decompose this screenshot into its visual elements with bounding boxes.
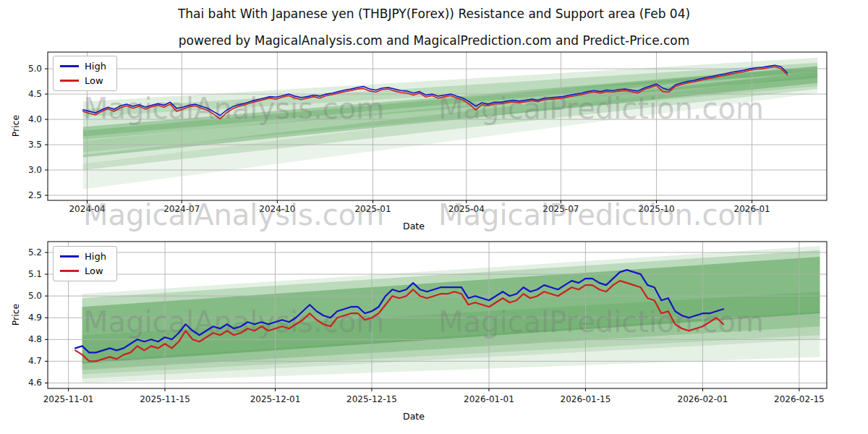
bottom-legend: High Low <box>53 246 117 281</box>
legend-label-high: High <box>85 252 106 261</box>
low-line-swatch-icon <box>60 270 79 272</box>
y-tick-label: 4.5 <box>28 89 42 99</box>
x-tick-label: 2025-12-01 <box>250 394 301 404</box>
y-tick-label: 5.1 <box>28 269 42 279</box>
top-price-chart: MagicalAnalysis.comMagicalPrediction.com… <box>28 52 827 214</box>
low-line-swatch-icon <box>60 80 79 82</box>
x-tick-label: 2026-02-01 <box>678 394 728 404</box>
y-tick-label: 5.2 <box>28 247 42 258</box>
x-tick-label: 2025-11-01 <box>43 394 94 404</box>
x-tick-label: 2025-11-15 <box>140 394 190 404</box>
x-tick-label: 2026-01-01 <box>464 394 514 404</box>
y-tick-label: 2.5 <box>28 190 42 200</box>
y-tick-label: 4.6 <box>28 378 42 388</box>
bottom-price-chart: MagicalAnalysis.comMagicalPrediction.com… <box>28 242 827 404</box>
top-legend: High Low <box>53 56 117 91</box>
charts-canvas: MagicalAnalysis.comMagicalPrediction.com… <box>0 0 868 434</box>
x-tick-label: 2026-02-15 <box>774 394 825 404</box>
high-line-swatch-icon <box>60 65 79 67</box>
y-tick-label: 4.0 <box>28 114 42 124</box>
bottom-y-axis-label: Price <box>10 293 22 336</box>
y-tick-label: 4.9 <box>28 312 42 323</box>
legend-item-high: High <box>60 252 106 261</box>
y-tick-label: 5.0 <box>28 64 42 74</box>
y-tick-label: 4.7 <box>28 356 42 366</box>
y-tick-label: 5.0 <box>28 291 42 301</box>
legend-label-low: Low <box>85 266 103 276</box>
legend-item-low: Low <box>60 76 106 85</box>
legend-label-low: Low <box>85 76 103 85</box>
y-tick-label: 4.8 <box>28 334 42 344</box>
y-tick-label: 3.0 <box>28 165 42 175</box>
watermark-prediction: MagicalPrediction.com <box>438 305 764 339</box>
bottom-x-axis-label: Date <box>0 411 848 422</box>
high-line-swatch-icon <box>60 255 79 258</box>
x-tick-label: 2026-01-15 <box>561 394 611 404</box>
legend-item-high: High <box>60 61 106 71</box>
y-tick-label: 3.5 <box>28 140 42 150</box>
legend-item-low: Low <box>60 266 106 276</box>
top-y-axis-label: Price <box>10 104 22 148</box>
top-x-axis-label: Date <box>0 221 848 231</box>
x-tick-label: 2025-12-15 <box>346 394 397 404</box>
watermark-prediction: MagicalPrediction.com <box>438 92 764 125</box>
legend-label-high: High <box>85 61 106 71</box>
